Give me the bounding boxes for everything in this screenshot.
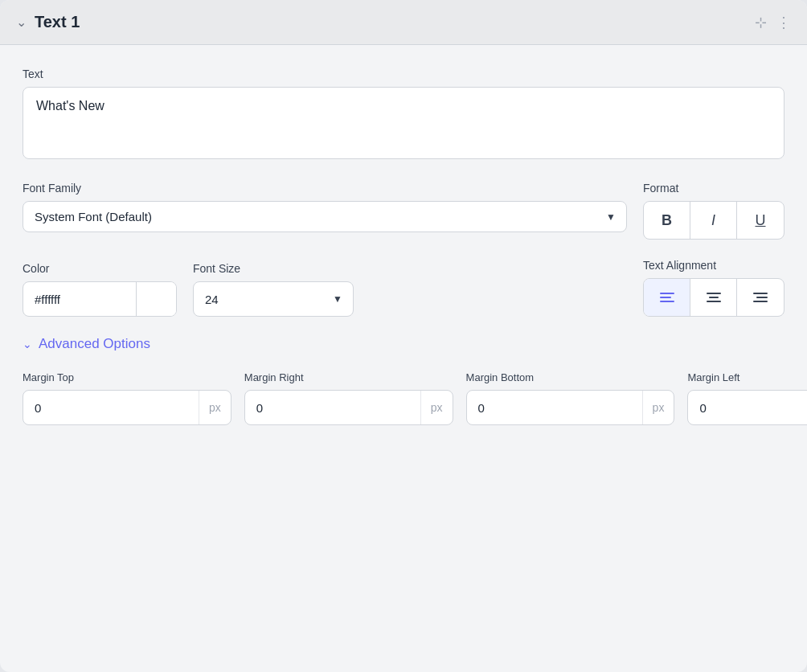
margin-left-field: Margin Left px (687, 371, 807, 425)
panel-header: ⌄ Text 1 ⊹ ⋮ (0, 0, 807, 45)
color-input[interactable] (23, 285, 136, 314)
underline-button[interactable]: U (737, 202, 784, 239)
margin-bottom-unit: px (642, 391, 674, 424)
panel: ⌄ Text 1 ⊹ ⋮ Text What's New Font Family… (0, 0, 807, 672)
margin-bottom-input-wrapper: px (466, 390, 675, 425)
margin-right-input-wrapper: px (244, 390, 453, 425)
font-family-select[interactable]: System Font (Default) Arial Georgia Helv… (23, 201, 627, 232)
margin-top-label: Margin Top (23, 371, 231, 383)
align-center-icon (707, 293, 721, 302)
color-section: Color (23, 262, 177, 317)
margin-left-input[interactable] (688, 393, 807, 423)
text-field-section: Text What's New (23, 68, 784, 162)
panel-title: Text 1 (35, 13, 80, 31)
margin-right-field: Margin Right px (244, 371, 453, 425)
alignment-buttons (643, 278, 784, 317)
margin-bottom-field: Margin Bottom px (466, 371, 675, 425)
font-format-row: Font Family System Font (Default) Arial … (23, 182, 784, 240)
margin-left-input-wrapper: px (687, 390, 807, 425)
margin-right-unit: px (420, 391, 453, 424)
bold-button[interactable]: B (644, 202, 690, 239)
align-left-icon (660, 293, 674, 302)
text-label: Text (23, 68, 784, 80)
move-icon[interactable]: ⊹ (755, 14, 767, 31)
color-input-wrapper (23, 281, 177, 317)
color-label: Color (23, 262, 177, 275)
align-right-icon (753, 293, 768, 302)
text-alignment-section: Text Alignment (643, 259, 784, 317)
margin-left-label: Margin Left (687, 371, 807, 383)
font-size-section: Font Size 12 14 16 18 20 24 28 32 36 48 (193, 262, 354, 317)
font-family-label: Font Family (23, 182, 627, 195)
font-size-label: Font Size (193, 262, 354, 275)
margin-top-field: Margin Top px (23, 371, 231, 425)
panel-header-right: ⊹ ⋮ (755, 14, 791, 31)
advanced-chevron-icon: ⌄ (23, 338, 32, 350)
align-left-button[interactable] (644, 279, 690, 316)
margin-top-input[interactable] (23, 393, 199, 423)
color-swatch[interactable] (136, 282, 176, 316)
panel-header-left: ⌄ Text 1 (16, 13, 80, 31)
italic-button[interactable]: I (690, 202, 737, 239)
more-icon[interactable]: ⋮ (776, 14, 791, 31)
margin-bottom-input[interactable] (467, 393, 642, 423)
font-family-section: Font Family System Font (Default) Arial … (23, 182, 627, 232)
text-input[interactable]: What's New (23, 87, 784, 159)
margin-top-unit: px (199, 391, 231, 424)
color-size-align-row: Color Font Size 12 14 16 18 20 24 (23, 259, 784, 317)
margins-row: Margin Top px Margin Right px Margin Bot… (23, 371, 784, 425)
align-right-button[interactable] (737, 279, 784, 316)
advanced-options-toggle[interactable]: ⌄ Advanced Options (23, 336, 784, 352)
font-size-select-wrapper: 12 14 16 18 20 24 28 32 36 48 ▼ (193, 281, 354, 317)
format-label: Format (643, 182, 784, 195)
font-size-select[interactable]: 12 14 16 18 20 24 28 32 36 48 (193, 281, 354, 317)
advanced-options-label: Advanced Options (39, 336, 150, 352)
text-alignment-label: Text Alignment (643, 259, 784, 272)
margin-right-input[interactable] (245, 393, 420, 423)
margin-top-input-wrapper: px (23, 390, 231, 425)
panel-body: Text What's New Font Family System Font … (0, 45, 807, 448)
margin-right-label: Margin Right (244, 371, 453, 383)
align-center-button[interactable] (690, 279, 737, 316)
margin-bottom-label: Margin Bottom (466, 371, 675, 383)
font-family-select-wrapper: System Font (Default) Arial Georgia Helv… (23, 201, 627, 232)
collapse-icon[interactable]: ⌄ (16, 14, 27, 30)
format-buttons: B I U (643, 201, 784, 240)
format-section: Format B I U (643, 182, 784, 240)
